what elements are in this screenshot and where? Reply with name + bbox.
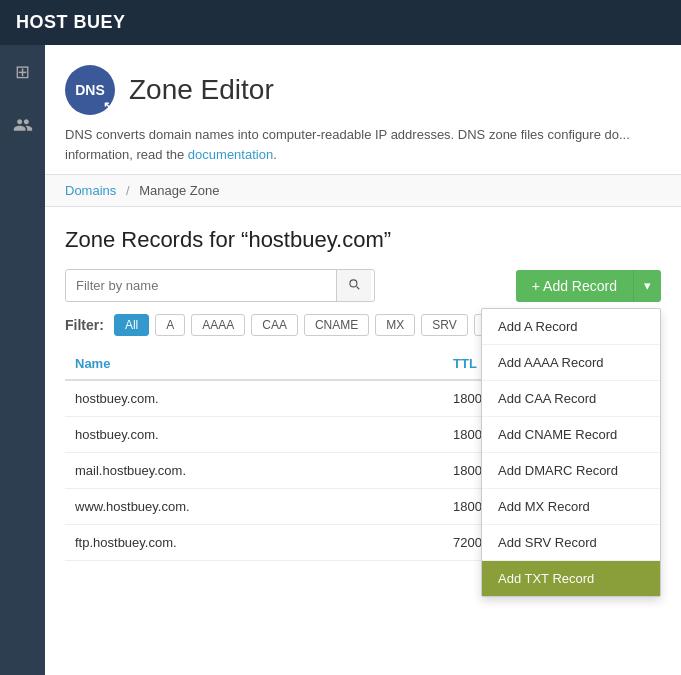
cursor-icon: ↖ [103, 99, 113, 113]
dropdown-item-dmarc[interactable]: Add DMARC Record [482, 453, 660, 489]
dropdown-arrow-icon: ▾ [644, 278, 651, 293]
page-header: DNS ↖ Zone Editor [45, 45, 681, 125]
col-name: Name [65, 348, 443, 380]
add-record-button[interactable]: + Add Record [516, 270, 633, 302]
page-description: DNS converts domain names into computer-… [45, 125, 681, 174]
app-title: HOST BUEY [16, 12, 126, 33]
record-name: hostbuey.com. [65, 380, 443, 417]
search-input[interactable] [66, 271, 336, 300]
documentation-link[interactable]: documentation [188, 147, 273, 162]
dropdown-item-srv[interactable]: Add SRV Record [482, 525, 660, 561]
record-name: mail.hostbuey.com. [65, 453, 443, 489]
grid-icon[interactable]: ⊞ [9, 55, 36, 89]
record-name: ftp.hostbuey.com. [65, 525, 443, 561]
dns-logo: DNS ↖ [65, 65, 115, 115]
filter-aaaa[interactable]: AAAA [191, 314, 245, 336]
add-record-dropdown-toggle[interactable]: ▾ [633, 270, 661, 302]
search-button[interactable] [336, 270, 371, 301]
search-box [65, 269, 375, 302]
add-record-dropdown-menu: Add A Record Add AAAA Record Add CAA Rec… [481, 308, 661, 597]
dropdown-item-caa[interactable]: Add CAA Record [482, 381, 660, 417]
record-name: www.hostbuey.com. [65, 489, 443, 525]
filter-mx[interactable]: MX [375, 314, 415, 336]
filter-label: Filter: [65, 317, 104, 333]
filter-caa[interactable]: CAA [251, 314, 298, 336]
record-name: hostbuey.com. [65, 417, 443, 453]
page-title: Zone Editor [129, 74, 274, 106]
breadcrumb-domains[interactable]: Domains [65, 183, 116, 198]
dns-logo-text: DNS [75, 82, 105, 98]
dropdown-item-aaaa[interactable]: Add AAAA Record [482, 345, 660, 381]
filter-all[interactable]: All [114, 314, 149, 336]
filter-srv[interactable]: SRV [421, 314, 467, 336]
add-record-group: + Add Record ▾ Add A Record Add AAAA Rec… [516, 270, 661, 302]
content-area: Zone Records for “hostbuey.com” + Add Re… [45, 207, 681, 581]
sidebar: ⊞ [0, 45, 45, 675]
dropdown-item-cname[interactable]: Add CNAME Record [482, 417, 660, 453]
dropdown-item-a[interactable]: Add A Record [482, 309, 660, 345]
users-icon[interactable] [7, 109, 39, 146]
breadcrumb-current: Manage Zone [139, 183, 219, 198]
topbar: HOST BUEY [0, 0, 681, 45]
breadcrumb-separator: / [126, 183, 130, 198]
filter-a[interactable]: A [155, 314, 185, 336]
main-content: DNS ↖ Zone Editor DNS converts domain na… [45, 45, 681, 675]
filter-cname[interactable]: CNAME [304, 314, 369, 336]
zone-title: Zone Records for “hostbuey.com” [65, 227, 661, 253]
toolbar: + Add Record ▾ Add A Record Add AAAA Rec… [65, 269, 661, 302]
add-record-label: + Add Record [532, 278, 617, 294]
breadcrumb: Domains / Manage Zone [45, 174, 681, 207]
dropdown-item-txt[interactable]: Add TXT Record [482, 561, 660, 596]
dropdown-item-mx[interactable]: Add MX Record [482, 489, 660, 525]
